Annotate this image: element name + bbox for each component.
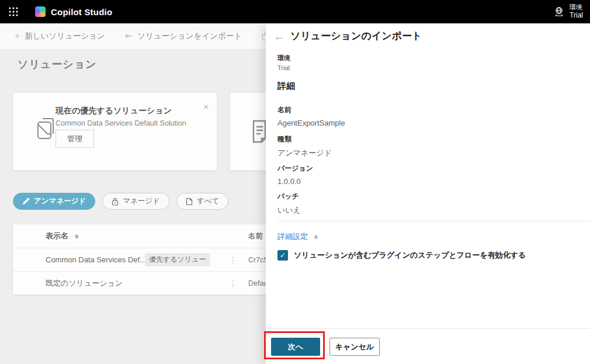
row-display-name: Common Data Services Def... xyxy=(46,255,146,264)
close-icon[interactable]: × xyxy=(203,102,209,111)
panel-environment-value: Trial xyxy=(277,64,290,71)
field-version-label: バージョン xyxy=(277,164,313,174)
new-solution-label: 新しいソリューション xyxy=(25,31,105,41)
import-icon: ⇤ xyxy=(125,32,133,41)
preferred-card-title: 現在の優先するソリューション xyxy=(55,106,172,116)
more-options-icon[interactable]: ⋮ xyxy=(227,255,240,265)
next-button[interactable]: 次へ xyxy=(271,338,320,356)
field-type: 種類 アンマネージド xyxy=(277,134,332,158)
advanced-settings-link[interactable]: 詳細設定 ∧ xyxy=(277,231,318,242)
panel-title: ソリューションのインポート xyxy=(290,29,422,43)
plus-icon: + xyxy=(15,32,20,41)
page-icon xyxy=(186,197,193,206)
pill-managed-label: マネージド xyxy=(123,196,160,206)
field-name-label: 名前 xyxy=(277,105,345,115)
environment-globe-icon xyxy=(553,6,565,18)
new-solution-button[interactable]: + 新しいソリューション xyxy=(15,31,105,41)
footer-divider xyxy=(266,328,590,329)
divider xyxy=(277,221,590,221)
app-title: Copilot Studio xyxy=(51,7,112,17)
preferred-solution-badge: 優先するソリュー xyxy=(145,253,210,266)
pill-managed[interactable]: マネージド xyxy=(102,193,169,210)
row-display-name: 既定のソリューション xyxy=(46,278,123,289)
preferred-solution-card: 現在の優先するソリューション Common Data Services Defa… xyxy=(13,92,217,171)
pill-unmanaged-label: アンマネージド xyxy=(34,196,86,206)
checkbox-checked-icon[interactable]: ✓ xyxy=(277,250,288,261)
pill-all-label: すべて xyxy=(197,196,219,206)
import-solution-panel: ← ソリューションのインポート 環境 Trial 詳細 名前 AgentExpo… xyxy=(266,23,590,364)
import-solution-label: ソリューションをインポート xyxy=(137,31,242,41)
environment-picker[interactable]: 環境 Trial xyxy=(553,3,590,20)
app-launcher-waffle-icon[interactable] xyxy=(0,0,27,23)
field-name: 名前 AgentExportSample xyxy=(277,105,345,127)
solution-stack-icon xyxy=(34,116,57,142)
back-arrow-icon[interactable]: ← xyxy=(273,31,284,42)
field-patch-label: パッチ xyxy=(277,192,301,202)
field-version: バージョン 1.0.0.0 xyxy=(277,164,313,186)
pill-all[interactable]: すべて xyxy=(176,193,228,210)
environment-value: Trial xyxy=(570,11,583,20)
copilot-studio-logo-icon xyxy=(35,6,46,17)
import-solution-button[interactable]: ⇤ ソリューションをインポート xyxy=(125,31,242,41)
checkbox-label: ソリューションが含むプラグインのステップとフローを有効化する xyxy=(294,250,526,261)
manage-button[interactable]: 管理 xyxy=(55,130,94,148)
filter-pill-group: アンマネージド マネージド すべて xyxy=(13,193,228,210)
more-options-icon[interactable]: ⋮ xyxy=(227,279,240,288)
lock-icon xyxy=(112,197,119,206)
field-type-value: アンマネージド xyxy=(277,148,332,158)
column-display-name[interactable]: 表示名 ∨ xyxy=(46,231,79,241)
page-title: ソリューション xyxy=(18,57,97,71)
field-name-value: AgentExportSample xyxy=(277,119,345,127)
chevron-up-icon: ∧ xyxy=(314,233,318,240)
column-name[interactable]: 名前 xyxy=(248,231,263,241)
environment-label: 環境 xyxy=(570,3,583,11)
chevron-down-icon: ∨ xyxy=(74,233,79,240)
top-app-bar: Copilot Studio 環境 Trial xyxy=(0,0,590,23)
field-patch-value: いいえ xyxy=(277,205,301,216)
field-type-label: 種類 xyxy=(277,134,332,144)
preferred-card-subtitle: Common Data Services Default Solution xyxy=(55,119,186,127)
field-patch: パッチ いいえ xyxy=(277,192,301,216)
cancel-button[interactable]: キャンセル xyxy=(329,338,380,356)
enable-plugins-checkbox[interactable]: ✓ ソリューションが含むプラグインのステップとフローを有効化する xyxy=(277,250,526,261)
pencil-icon xyxy=(22,197,30,205)
field-version-value: 1.0.0.0 xyxy=(277,177,313,186)
details-heading: 詳細 xyxy=(277,81,295,92)
pill-unmanaged[interactable]: アンマネージド xyxy=(13,193,95,210)
panel-environment-label: 環境 xyxy=(277,54,290,63)
